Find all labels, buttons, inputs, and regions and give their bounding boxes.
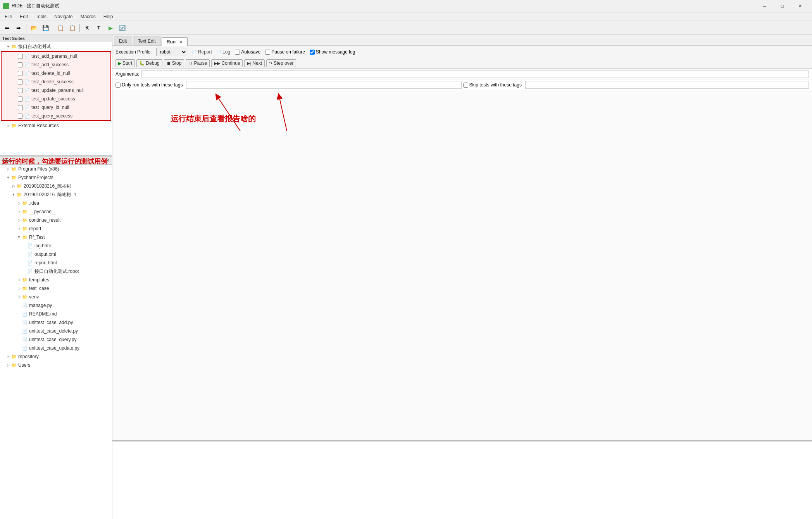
folder-icon-external: 📁 — [11, 122, 17, 129]
tab-run[interactable]: Run ✕ — [162, 37, 188, 46]
pause-button[interactable]: ⏸ Pause — [186, 59, 210, 67]
suite-external-resources[interactable]: ▷ 📁 External Resources — [0, 121, 112, 130]
toolbar-btn-k[interactable]: K — [82, 22, 93, 33]
file-item-project2[interactable]: ▼ 📁 201901020216_陈彬彬_1 — [0, 190, 112, 199]
report-link[interactable]: 📄 Report — [192, 49, 212, 55]
arguments-input[interactable] — [141, 70, 809, 78]
tab-text-edit-label: Text Edit — [138, 38, 156, 44]
show-message-log-checkbox[interactable] — [310, 50, 315, 55]
toolbar-btn-run[interactable]: ▶ — [105, 22, 116, 33]
suite-item-test-update-success[interactable]: 📄 test_update_success — [2, 95, 110, 103]
toolbar-btn-paste[interactable]: 📋 — [67, 22, 78, 33]
continue-button[interactable]: ▶▶ Continue — [211, 59, 243, 67]
checkbox-test-update-success[interactable] — [18, 97, 23, 102]
file-item-pycharm[interactable]: ▼ 📁 PycharmProjects — [0, 173, 112, 182]
file-item-report[interactable]: ▷ 📁 report — [0, 224, 112, 233]
toggle-item-3 — [12, 71, 18, 76]
stop-button[interactable]: ⏹ Stop — [164, 59, 184, 67]
run-content: Execution Profile: robot 📄 Report 📄 Log … — [112, 46, 812, 519]
suite-item-test-delete-success[interactable]: 📄 test_delete_success — [2, 78, 110, 86]
pause-on-failure-checkbox[interactable] — [265, 50, 270, 55]
suite-root[interactable]: ▼ 📁 接口自动化测试 — [0, 42, 112, 51]
only-run-tags-input[interactable] — [186, 81, 461, 89]
arguments-row: Arguments: — [112, 69, 812, 80]
close-button[interactable]: ✕ — [791, 0, 809, 12]
autosave-checkbox[interactable] — [235, 50, 240, 55]
toolbar-btn-save[interactable]: 💾 — [40, 22, 51, 33]
toggle-external[interactable]: ▷ — [5, 123, 11, 128]
log-link[interactable]: 📄 Log — [217, 49, 230, 55]
file-item-unittest-add[interactable]: 📄 unittest_case_add.py — [0, 318, 112, 327]
menu-file[interactable]: File — [2, 13, 15, 20]
suite-item-test-query-id-null[interactable]: 📄 test_query_id_null — [2, 103, 110, 112]
checkbox-test-update-params-null[interactable] — [18, 88, 23, 93]
toolbar-btn-refresh[interactable]: 🔄 — [117, 22, 128, 33]
step-over-button[interactable]: ↷ Step over — [266, 59, 296, 67]
pause-on-failure-label[interactable]: Pause on failure — [265, 49, 305, 55]
autosave-label[interactable]: Autosave — [235, 49, 260, 55]
tab-run-close[interactable]: ✕ — [179, 40, 183, 44]
files-close-button[interactable]: ✕ — [106, 158, 110, 163]
skip-tests-input[interactable] — [525, 81, 809, 89]
start-button[interactable]: ▶ Start — [116, 59, 135, 67]
file-item-unittest-delete[interactable]: 📄 unittest_case_delete.py — [0, 327, 112, 335]
file-item-users[interactable]: ▷ 📁 Users — [0, 361, 112, 369]
file-item-rf-test[interactable]: ▼ 📁 Rf_Test — [0, 233, 112, 241]
file-item-robot-file[interactable]: 📄 接口自动化测试.robot — [0, 267, 112, 276]
toolbar-btn-open[interactable]: 📂 — [28, 22, 39, 33]
only-run-label[interactable]: Only run tests with these tags — [116, 81, 462, 89]
file-item-idea[interactable]: ▷ 📁 .idea — [0, 199, 112, 207]
file-item-project1[interactable]: ▷ 📁 201901020216_陈彬彬 — [0, 182, 112, 190]
skip-tests-label[interactable]: Skip tests with these tags — [463, 81, 809, 89]
toolbar-btn-back[interactable]: ⬅ — [2, 22, 12, 33]
suite-item-test-update-params-null[interactable]: 📄 test_update_params_null — [2, 86, 110, 95]
suite-item-test-query-success[interactable]: 📄 test_query_success — [2, 112, 110, 120]
checkbox-test-query-success[interactable] — [18, 114, 23, 119]
toolbar-btn-forward[interactable]: ➡ — [13, 22, 24, 33]
menu-edit[interactable]: Edit — [17, 13, 31, 20]
file-item-readme[interactable]: 📄 README.md — [0, 310, 112, 318]
tab-text-edit[interactable]: Text Edit — [133, 36, 161, 45]
only-run-checkbox[interactable] — [116, 83, 121, 88]
maximize-button[interactable]: □ — [773, 0, 791, 12]
checkbox-test-add-success[interactable] — [18, 62, 23, 67]
suite-item-test-add-success[interactable]: 📄 test_add_success — [2, 60, 110, 69]
file-icon-3: 📄 — [24, 70, 30, 76]
checkbox-test-delete-id-null[interactable] — [18, 71, 23, 76]
file-item-repository[interactable]: ▷ 📁 repository — [0, 352, 112, 361]
menu-tools[interactable]: Tools — [33, 13, 50, 20]
toggle-item-6 — [12, 96, 18, 102]
checkbox-test-delete-success[interactable] — [18, 79, 23, 84]
toggle-root[interactable]: ▼ — [5, 44, 11, 49]
show-message-log-label[interactable]: Show message log — [310, 49, 355, 55]
file-item-program-files[interactable]: ▷ 📁 Program Files (x86) — [0, 165, 112, 173]
debug-button[interactable]: 🐛 Debug — [136, 59, 162, 67]
file-item-unittest-query[interactable]: 📄 unittest_case_query.py — [0, 335, 112, 344]
checkbox-test-query-id-null[interactable] — [18, 105, 23, 110]
file-item-test-case[interactable]: ▷ 📁 test_case — [0, 284, 112, 293]
tab-run-label: Run — [167, 39, 176, 45]
file-icon-7: 📄 — [24, 104, 30, 110]
file-item-venv[interactable]: ▷ 📁 venv — [0, 293, 112, 301]
skip-tests-checkbox[interactable] — [463, 83, 468, 88]
file-item-templates[interactable]: ▷ 📁 templates — [0, 276, 112, 284]
file-item-continue-result[interactable]: ▷ 📁 continue_result — [0, 216, 112, 224]
menu-help[interactable]: Help — [100, 13, 116, 20]
toolbar-btn-t[interactable]: T — [93, 22, 104, 33]
minimize-button[interactable]: ─ — [755, 0, 773, 12]
file-item-unittest-update[interactable]: 📄 unittest_case_update.py — [0, 344, 112, 352]
suite-item-test-delete-id-null[interactable]: 📄 test_delete_id_null — [2, 69, 110, 78]
checkbox-test-add-params-null[interactable] — [18, 54, 23, 59]
suite-item-test-add-params-null[interactable]: 📄 test_add_params_null — [2, 52, 110, 60]
file-item-report-html[interactable]: 📄 report.html — [0, 259, 112, 267]
file-item-manage-py[interactable]: 📄 manage.py — [0, 301, 112, 310]
menu-macros[interactable]: Macros — [77, 13, 98, 20]
toolbar-btn-copy[interactable]: 📋 — [55, 22, 66, 33]
menu-navigate[interactable]: Navigate — [51, 13, 76, 20]
tab-edit[interactable]: Edit — [114, 36, 132, 45]
file-item-pycache[interactable]: ▷ 📁 __pycache__ — [0, 207, 112, 216]
next-button[interactable]: ▶| Next — [244, 59, 265, 67]
execution-profile-select[interactable]: robot — [156, 48, 187, 56]
file-item-output-xml[interactable]: 📄 output.xml — [0, 250, 112, 259]
file-item-log-html[interactable]: 📄 log.html — [0, 241, 112, 250]
